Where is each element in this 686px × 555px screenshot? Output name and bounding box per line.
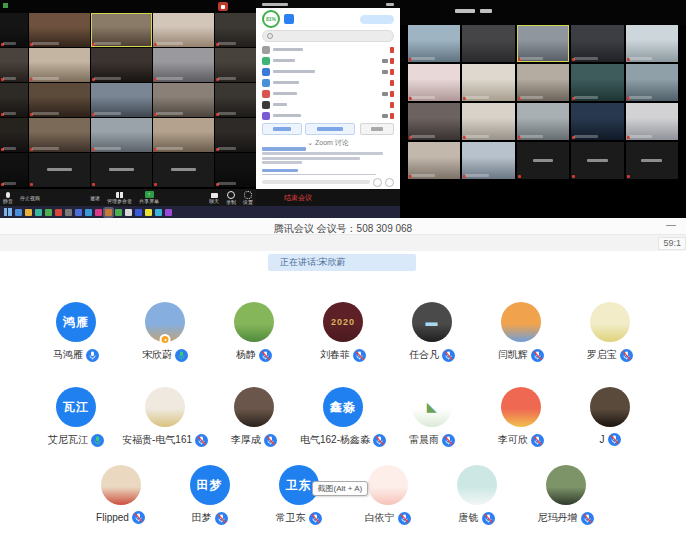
taskbar-app-icon[interactable] — [25, 209, 32, 216]
participant-avatar[interactable]: 鑫淼 — [323, 387, 363, 427]
video-tile[interactable] — [215, 153, 256, 187]
participant-cell[interactable]: 鑫淼电气162-杨鑫淼 — [301, 387, 385, 447]
invite-button[interactable] — [262, 123, 302, 135]
video-tile[interactable] — [462, 103, 514, 140]
taskbar-app-icon[interactable] — [105, 209, 112, 216]
video-tile[interactable] — [408, 142, 460, 179]
participant-avatar[interactable] — [457, 465, 497, 505]
people-toolbar-button[interactable]: 管理参会者 — [107, 192, 132, 204]
taskbar-app-icon[interactable] — [65, 209, 72, 216]
taskbar-app-icon[interactable] — [135, 209, 142, 216]
minimize-button[interactable]: — — [666, 218, 676, 232]
mic-muted-icon[interactable] — [195, 434, 208, 447]
video-tile[interactable] — [29, 118, 90, 152]
taskbar-app-icon[interactable] — [85, 209, 92, 216]
taskbar-app-icon[interactable] — [95, 209, 102, 216]
participant-cell[interactable]: 罗启宝 — [568, 302, 652, 362]
mic-muted-icon[interactable] — [442, 434, 455, 447]
camera-toolbar-button[interactable]: 停止视频 — [20, 195, 40, 201]
participant-avatar[interactable]: ◣ — [412, 387, 452, 427]
panel-popout-icon[interactable] — [386, 3, 394, 6]
participant-search-input[interactable] — [262, 30, 394, 42]
mic-on-icon[interactable] — [86, 349, 99, 362]
participant-cell[interactable]: 唐铣 — [435, 465, 519, 525]
participant-list-row[interactable] — [262, 45, 394, 54]
start-menu-icon[interactable] — [4, 208, 12, 216]
participant-list-row[interactable] — [262, 56, 394, 65]
video-tile[interactable] — [0, 83, 28, 117]
participant-avatar[interactable]: 田梦 — [190, 465, 230, 505]
taskbar-app-icon[interactable] — [165, 209, 172, 216]
taskbar-app-icon[interactable] — [155, 209, 162, 216]
participant-cell[interactable]: J — [568, 387, 652, 447]
video-tile[interactable] — [0, 48, 28, 82]
video-tile[interactable] — [29, 48, 90, 82]
emoji-icon[interactable] — [373, 178, 382, 187]
participant-cell[interactable]: 截图(Alt + A)白依宁 — [346, 465, 430, 525]
mic-muted-icon[interactable] — [309, 512, 322, 525]
participant-cell[interactable]: ▬任合凡 — [390, 302, 474, 362]
participant-list-row[interactable] — [262, 67, 394, 76]
video-tile[interactable] — [215, 83, 256, 117]
video-tile[interactable] — [626, 64, 678, 101]
video-tile[interactable] — [571, 25, 623, 62]
participant-avatar[interactable] — [101, 465, 141, 505]
taskbar-app-icon[interactable] — [35, 209, 42, 216]
end-meeting-button[interactable]: 结束会议 — [284, 193, 312, 203]
participant-avatar[interactable]: 2020 — [323, 302, 363, 342]
video-tile[interactable] — [91, 118, 152, 152]
participant-avatar[interactable] — [590, 302, 630, 342]
video-tile-camera-off[interactable] — [517, 142, 569, 179]
mic-muted-icon[interactable] — [398, 512, 411, 525]
mute-all-button[interactable] — [305, 123, 355, 135]
video-tile-camera-off[interactable] — [153, 153, 214, 187]
participant-list-row[interactable] — [262, 89, 394, 98]
participant-cell[interactable]: 2020刘春菲 — [301, 302, 385, 362]
participant-avatar[interactable] — [145, 387, 185, 427]
invite-toolbar-button[interactable]: 邀请 — [90, 195, 100, 201]
video-tile-camera-off[interactable] — [91, 153, 152, 187]
video-tile[interactable] — [626, 103, 678, 140]
video-tile[interactable] — [153, 118, 214, 152]
participant-cell[interactable]: 李可欣 — [479, 387, 563, 447]
chat-toolbar-button[interactable]: 聊天 — [209, 192, 219, 204]
mic-muted-icon[interactable] — [531, 434, 544, 447]
video-tile[interactable] — [626, 25, 678, 62]
video-tile[interactable] — [153, 83, 214, 117]
participant-avatar[interactable] — [145, 302, 185, 342]
rec-toolbar-button[interactable]: 录制 — [226, 191, 236, 205]
video-tile[interactable] — [517, 64, 569, 101]
video-tile[interactable] — [408, 103, 460, 140]
gear-toolbar-button[interactable]: 设置 — [243, 191, 253, 205]
taskbar-app-icon[interactable] — [45, 209, 52, 216]
participant-avatar[interactable] — [234, 387, 274, 427]
video-tile[interactable] — [0, 13, 28, 47]
taskbar-app-icon[interactable] — [55, 209, 62, 216]
video-tile[interactable] — [215, 13, 256, 47]
video-tile[interactable] — [571, 103, 623, 140]
participant-avatar[interactable] — [368, 465, 408, 505]
video-tile[interactable] — [153, 48, 214, 82]
participant-avatar[interactable] — [501, 387, 541, 427]
participant-avatar[interactable]: 瓦江 — [56, 387, 96, 427]
mic-muted-icon[interactable] — [608, 433, 621, 446]
video-tile[interactable] — [408, 25, 460, 62]
participant-cell[interactable]: Flipped — [79, 465, 163, 525]
participant-list-row[interactable] — [262, 78, 394, 87]
participant-cell[interactable]: 李厚成 — [212, 387, 296, 447]
share-toolbar-button[interactable]: ↑共享屏幕 — [139, 191, 159, 204]
video-tile[interactable] — [91, 13, 152, 47]
video-tile[interactable] — [517, 103, 569, 140]
mic-muted-icon[interactable] — [215, 512, 228, 525]
video-tile[interactable] — [29, 13, 90, 47]
mic-muted-icon[interactable] — [132, 511, 145, 524]
video-tile[interactable] — [29, 83, 90, 117]
taskbar-app-icon[interactable] — [75, 209, 82, 216]
video-tile-camera-off[interactable] — [626, 142, 678, 179]
participant-cell[interactable]: 尼玛丹增 — [524, 465, 608, 525]
participant-list-row[interactable] — [262, 111, 394, 120]
participant-cell[interactable]: 闫凯辉 — [479, 302, 563, 362]
video-tile-camera-off[interactable] — [29, 153, 90, 187]
video-tile[interactable] — [91, 83, 152, 117]
taskbar-app-icon[interactable] — [145, 209, 152, 216]
